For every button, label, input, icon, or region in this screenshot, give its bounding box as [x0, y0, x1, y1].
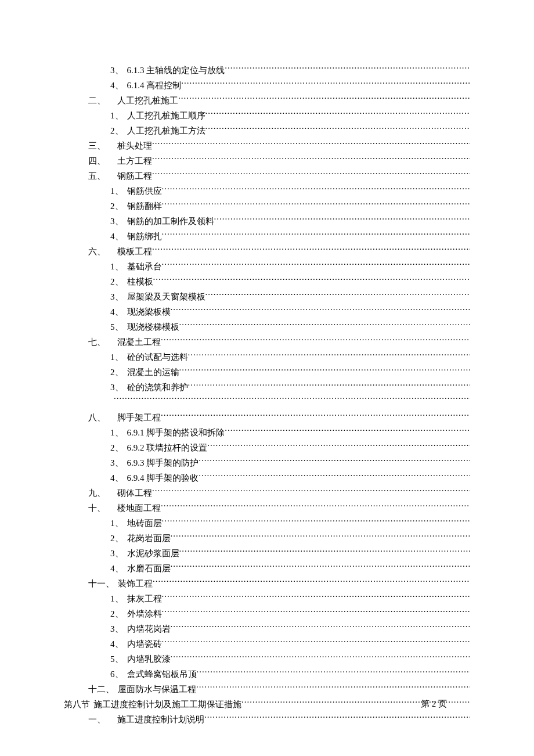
toc-entry: 4、内墙瓷砖: [64, 636, 470, 651]
toc-leader-dots: [162, 261, 471, 269]
toc-entry: 4、钢筋绑扎: [64, 229, 470, 244]
toc-leader-dots: [181, 80, 470, 88]
toc-entry: [64, 395, 470, 410]
toc-entry-label: 人工挖孔桩施工方法: [124, 123, 205, 138]
toc-leader-dots: [188, 381, 471, 390]
toc-entry: 3、砼的浇筑和养护: [64, 380, 470, 395]
toc-entry-label: 基础承台: [124, 259, 162, 274]
toc-entry-label: 抹灰工程: [124, 591, 162, 606]
toc-leader-dots: [114, 395, 470, 404]
toc-entry-number: 3、: [110, 214, 124, 229]
toc-entry-label: 混凝土的运输: [124, 365, 179, 380]
toc-leader-dots: [152, 155, 470, 164]
toc-entry-number: 1、: [110, 259, 124, 274]
toc-entry-number: 5、: [110, 319, 124, 334]
toc-leader-dots: [179, 548, 471, 556]
toc-entry: 2、钢筋翻样: [64, 199, 470, 214]
toc-entry-number: 2、: [110, 531, 124, 546]
toc-entry: 2、外墙涂料: [64, 606, 470, 621]
toc-leader-dots: [162, 185, 471, 194]
toc-entry-label: 楼地面工程: [114, 501, 161, 516]
toc-entry: 十一、装饰工程: [64, 576, 470, 591]
toc-leader-dots: [196, 683, 470, 692]
toc-leader-dots: [162, 608, 471, 617]
toc-entry-label: 6.9.1 脚手架的搭设和拆除: [124, 425, 225, 440]
toc-entry: 4、水磨石面层: [64, 561, 470, 576]
toc-entry: 1、钢筋供应: [64, 183, 470, 199]
toc-entry: 七、混凝土工程: [64, 334, 470, 350]
toc-entry: 2、花岗岩面层: [64, 531, 470, 546]
toc-entry: 1、基础承台: [64, 259, 470, 274]
toc-entry-label: 屋架梁及天窗架模板: [124, 289, 205, 304]
toc-leader-dots: [205, 291, 471, 300]
toc-entry-number: 3、: [110, 63, 124, 78]
toc-entry: 1、抹灰工程: [64, 591, 470, 606]
toc-entry-label: 水磨石面层: [124, 561, 171, 576]
toc-entry-label: 现浇楼梯模板: [124, 319, 179, 334]
toc-entry-label: 钢筋供应: [124, 183, 162, 199]
toc-entry: 4、现浇梁板模: [64, 304, 470, 319]
toc-entry: 3、屋架梁及天窗架模板: [64, 289, 470, 304]
toc-entry-number: 八、: [88, 410, 114, 425]
toc-entry-label: 砌体工程: [114, 485, 152, 501]
toc-entry-number: 2、: [110, 199, 124, 214]
toc-entry-label: 柱模板: [124, 274, 153, 289]
toc-entry-number: 七、: [88, 334, 114, 350]
toc-entry-number: 九、: [88, 485, 114, 501]
toc-entry: 四、土方工程: [64, 153, 470, 168]
toc-entry-number: 4、: [110, 78, 124, 93]
toc-entry: 3、钢筋的加工制作及领料: [64, 214, 470, 229]
toc-entry-number: 1、: [110, 516, 124, 531]
toc-leader-dots: [205, 110, 471, 118]
toc-leader-dots: [225, 427, 470, 435]
toc-entry-label: 地砖面层: [124, 516, 162, 531]
toc-leader-dots: [178, 95, 470, 103]
toc-entry-number: 5、: [110, 651, 124, 667]
toc-leader-dots: [207, 442, 470, 451]
toc-page: 3、6.1.3 主轴线的定位与放线4、6.1.4 高程控制二、人工挖孔桩施工1、…: [0, 0, 534, 727]
toc-entry-number: 1、: [110, 425, 124, 440]
toc-leader-dots: [162, 517, 471, 526]
toc-entry-number: 3、: [110, 455, 124, 470]
toc-entry-label: 砼的浇筑和养护: [124, 380, 188, 395]
toc-entry-label: 脚手架工程: [114, 410, 161, 425]
toc-entry-number: 十二、: [88, 682, 114, 697]
toc-entry: 4、6.9.4 脚手架的验收: [64, 470, 470, 485]
toc-entry: 2、混凝土的运输: [64, 365, 470, 380]
toc-entry-number: 1、: [110, 108, 124, 123]
toc-entry-number: 六、: [88, 244, 114, 259]
toc-entry: 一、施工进度控制计划说明: [64, 712, 470, 727]
toc-leader-dots: [152, 246, 470, 254]
toc-leader-dots: [179, 366, 471, 375]
toc-entry: 5、现浇楼梯模板: [64, 319, 470, 334]
toc-entry-label: 6.9.3 脚手架的防护: [124, 455, 199, 470]
toc-entry-number: 2、: [110, 274, 124, 289]
toc-entry-label: 砼的试配与选料: [124, 350, 188, 365]
toc-leader-dots: [205, 125, 471, 134]
toc-entry-label: 内墙乳胶漆: [124, 651, 171, 667]
toc-entry-number: 四、: [88, 153, 114, 168]
toc-entry-label: 模板工程: [114, 244, 152, 259]
toc-entry-label: 水泥砂浆面层: [124, 546, 179, 561]
toc-entry: 1、砼的试配与选料: [64, 350, 470, 365]
toc-entry-number: 1、: [110, 183, 124, 199]
toc-entry: 六、模板工程: [64, 244, 470, 259]
toc-leader-dots: [179, 321, 471, 330]
toc-entry-label: 6.1.3 主轴线的定位与放线: [124, 63, 225, 78]
toc-entry-label: 桩头处理: [114, 138, 152, 153]
toc-entry-number: 1、: [110, 350, 124, 365]
toc-entry-number: 第八节: [64, 697, 90, 712]
toc-entry: 4、6.1.4 高程控制: [64, 78, 470, 93]
toc-entry-label: 6.1.4 高程控制: [124, 78, 182, 93]
toc-leader-dots: [161, 502, 470, 511]
toc-entry: 3、水泥砂浆面层: [64, 546, 470, 561]
toc-entry: 三、桩头处理: [64, 138, 470, 153]
toc-entry-number: 4、: [110, 229, 124, 244]
toc-entry: 1、地砖面层: [64, 516, 470, 531]
toc-leader-dots: [152, 170, 470, 179]
toc-leader-dots: [161, 412, 470, 420]
toc-leader-dots: [199, 457, 470, 466]
toc-leader-dots: [162, 231, 471, 239]
toc-entry-label: 屋面防水与保温工程: [114, 682, 196, 697]
toc-entry: 2、人工挖孔桩施工方法: [64, 123, 470, 138]
